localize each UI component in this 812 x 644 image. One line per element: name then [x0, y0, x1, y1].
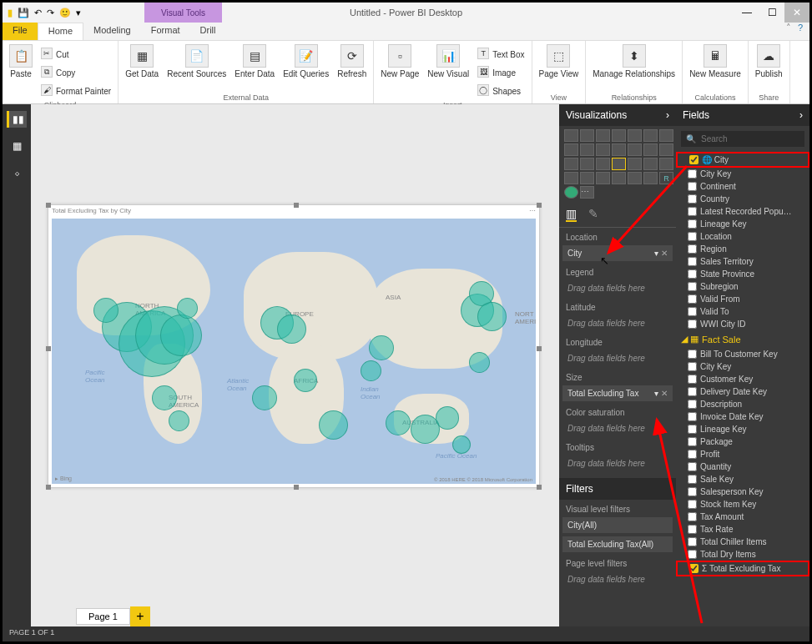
textbox-button[interactable]: TText Box [476, 46, 526, 63]
viz-combo2[interactable] [612, 143, 626, 156]
format-painter-button[interactable]: 🖌Format Painter [39, 83, 113, 99]
well-location-field[interactable]: City▾ ✕ [562, 245, 673, 261]
viz-gauge[interactable] [659, 158, 673, 170]
field-checkbox[interactable] [688, 400, 697, 409]
well-size-field[interactable]: Total Excluding Tax▾ ✕ [562, 385, 673, 401]
field-checkbox[interactable] [688, 412, 697, 421]
field-checkbox[interactable] [688, 462, 697, 471]
visualizations-header[interactable]: Visualizations› [559, 104, 676, 126]
viz-kpi[interactable] [596, 172, 610, 184]
chevron-down-icon[interactable]: ▾ [654, 389, 658, 398]
paste-button[interactable]: 📋Paste [8, 43, 34, 80]
viz-area[interactable] [564, 143, 578, 156]
report-canvas[interactable]: Total Excluding Tax by City ⋯ NORTHAMERI… [31, 104, 559, 626]
field-checkbox[interactable] [688, 307, 697, 316]
field-location[interactable]: Location [676, 230, 809, 243]
field-checkbox[interactable] [688, 387, 697, 396]
refresh-button[interactable]: ⟳Refresh [335, 43, 368, 80]
viz-100-bar[interactable] [628, 129, 642, 142]
well-colorsat[interactable]: Drag data fields here [562, 420, 673, 436]
fields-header[interactable]: Fields› [676, 104, 809, 126]
field-checkbox[interactable] [689, 155, 699, 164]
field-sales-territory[interactable]: Sales Territory [676, 255, 809, 268]
field-checkbox[interactable] [688, 207, 697, 216]
field-customer-key[interactable]: Customer Key [676, 373, 809, 385]
format-tab-icon[interactable]: ✎ [588, 207, 598, 222]
map-visual[interactable]: Total Excluding Tax by City ⋯ NORTHAMERI… [48, 204, 540, 488]
field-wwi-city-id[interactable]: WWI City ID [676, 318, 809, 330]
search-input[interactable] [701, 134, 784, 143]
report-view-icon[interactable]: ▮▮ [7, 111, 27, 128]
field-total-dry-items[interactable]: Total Dry Items [676, 548, 809, 561]
field-checkbox[interactable] [688, 512, 697, 521]
model-view-icon[interactable]: ⬦ [7, 164, 27, 181]
field-checkbox[interactable] [688, 232, 697, 241]
field-checkbox[interactable] [688, 500, 697, 509]
tab-modeling[interactable]: Modeling [83, 23, 141, 40]
field-description[interactable]: Description [676, 398, 809, 410]
field-checkbox[interactable] [688, 182, 697, 191]
new-measure-button[interactable]: 🖩New Measure [688, 43, 743, 80]
well-latitude[interactable]: Drag data fields here [562, 315, 673, 331]
well-longitude[interactable]: Drag data fields here [562, 350, 673, 366]
viz-matrix[interactable] [643, 172, 658, 184]
field-city-key[interactable]: City Key [676, 168, 809, 180]
chevron-down-icon[interactable]: ▾ [654, 249, 658, 258]
bing-map[interactable]: NORTHAMERICA SOUTHAMERICA EUROPE AFRICA … [52, 219, 536, 484]
viz-slicer[interactable] [612, 172, 626, 184]
field-latest-recorded-popu-[interactable]: Latest Recorded Popu… [676, 205, 809, 218]
new-page-button[interactable]: ▫New Page [379, 43, 421, 80]
remove-field-icon[interactable]: ✕ [661, 389, 668, 398]
field-quantity[interactable]: Quantity [676, 460, 809, 473]
viz-custom-import[interactable]: ⋯ [580, 186, 594, 199]
field-checkbox[interactable] [688, 257, 697, 266]
field-country[interactable]: Country [676, 193, 809, 205]
field-checkbox[interactable] [688, 350, 697, 359]
field-total-chiller-items[interactable]: Total Chiller Items [676, 536, 809, 548]
undo-icon[interactable]: ↶ [34, 8, 42, 18]
field-checkbox[interactable] [689, 564, 699, 573]
viz-waterfall[interactable] [643, 143, 658, 156]
field-checkbox[interactable] [688, 282, 697, 291]
field-checkbox[interactable] [688, 450, 697, 459]
field-checkbox[interactable] [688, 537, 697, 546]
new-visual-button[interactable]: 📊New Visual [426, 43, 471, 80]
field-subregion[interactable]: Subregion [676, 280, 809, 293]
fields-tab-icon[interactable]: ▥ [566, 207, 577, 222]
filter-city[interactable]: City(All) [562, 517, 673, 533]
page-view-button[interactable]: ⬚Page View [537, 43, 581, 80]
viz-ribbon[interactable] [628, 143, 642, 156]
viz-line[interactable] [659, 129, 673, 142]
field-checkbox[interactable] [688, 294, 697, 304]
publish-button[interactable]: ☁Publish [754, 43, 784, 80]
viz-treemap[interactable] [596, 158, 610, 170]
field-checkbox[interactable] [688, 362, 697, 371]
field-checkbox[interactable] [688, 319, 697, 329]
smiley-icon[interactable]: 🙂 [59, 8, 71, 18]
cut-button[interactable]: ✂Cut [39, 46, 113, 63]
field-city-key[interactable]: City Key [676, 360, 809, 373]
field-city[interactable]: 🌐 City [676, 152, 809, 168]
viz-multi-card[interactable] [580, 172, 594, 184]
manage-relationships-button[interactable]: ⬍Manage Relationships [591, 43, 677, 80]
tab-drill[interactable]: Drill [190, 23, 226, 40]
copy-button[interactable]: ⧉Copy [39, 64, 113, 81]
field-region[interactable]: Region [676, 243, 809, 255]
tab-format[interactable]: Format [141, 23, 190, 40]
viz-combo1[interactable] [596, 143, 610, 156]
viz-scatter[interactable] [659, 143, 673, 156]
viz-100-column[interactable] [643, 129, 658, 142]
tab-home[interactable]: Home [38, 23, 83, 40]
shapes-button[interactable]: ◯Shapes [476, 83, 526, 99]
field-lineage-key[interactable]: Lineage Key [676, 218, 809, 230]
field-salesperson-key[interactable]: Salesperson Key [676, 486, 809, 498]
field-checkbox[interactable] [688, 375, 697, 384]
field-checkbox[interactable] [688, 525, 697, 534]
field-checkbox[interactable] [688, 487, 697, 496]
close-button[interactable]: ✕ [784, 3, 809, 23]
edit-queries-button[interactable]: 📝Edit Queries [281, 43, 330, 80]
recent-sources-button[interactable]: 📄Recent Sources [165, 43, 228, 80]
field-checkbox[interactable] [688, 475, 697, 484]
collapse-ribbon-icon[interactable]: ˄ [786, 23, 791, 40]
viz-table[interactable] [628, 172, 642, 184]
